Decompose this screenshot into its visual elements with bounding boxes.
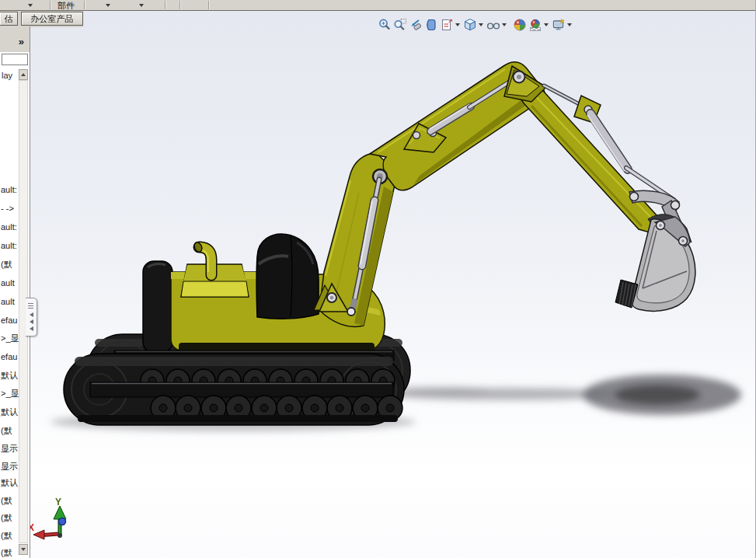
previous-view-icon[interactable]	[409, 18, 423, 32]
feature-tree-item[interactable]: ault:	[1, 241, 19, 251]
zoom-to-fit-icon[interactable]	[378, 18, 392, 32]
view-orientation-caret[interactable]	[479, 23, 483, 26]
feature-tree-item[interactable]: (默	[1, 426, 19, 436]
feature-tree-item[interactable]: ault:	[1, 185, 19, 195]
menu-dropdown-caret[interactable]	[28, 4, 33, 7]
view-orientation-icon[interactable]	[463, 18, 477, 32]
viewport-background	[30, 11, 755, 558]
view-settings-caret[interactable]	[567, 23, 572, 26]
display-style-caret[interactable]	[502, 23, 507, 26]
feature-tree-item[interactable]: 默认	[1, 371, 19, 381]
scroll-down-button[interactable]	[19, 544, 28, 555]
collapse-left-icon	[30, 312, 33, 317]
feature-tree-item[interactable]: ault	[1, 297, 19, 307]
arrow-down-icon	[21, 548, 26, 551]
feature-tree-item[interactable]: - ->	[1, 204, 19, 214]
solidworks-window: Y X 部件 估 办公室产品 » lay ault:- ->ault:ault:…	[0, 0, 756, 558]
tab-evaluate-partial[interactable]: 估	[0, 12, 18, 26]
feature-tree-item[interactable]: ault:	[1, 222, 19, 232]
feature-tree-item[interactable]: efau	[1, 316, 19, 326]
collapse-left-icon	[30, 326, 33, 331]
heads-up-view-toolbar	[378, 18, 575, 32]
zoom-to-area-icon[interactable]	[393, 18, 407, 32]
menu-dropdown-caret[interactable]	[139, 4, 144, 7]
feature-tree-item[interactable]: 显示	[1, 444, 19, 454]
scroll-up-button[interactable]	[19, 69, 28, 80]
splitter-grip-icon	[28, 303, 33, 309]
feature-tree-item[interactable]: >_显	[1, 333, 19, 344]
feature-tree-item[interactable]: >_显	[1, 389, 19, 399]
section-view-icon[interactable]	[424, 18, 438, 32]
menubar-separator	[165, 1, 165, 9]
feature-tree-item[interactable]: (默	[1, 260, 19, 270]
edit-appearance-caret[interactable]	[544, 23, 549, 26]
feature-tree-item[interactable]: 默认	[1, 478, 19, 488]
menu-item-component[interactable]: 部件	[57, 0, 75, 11]
view-settings-icon[interactable]	[552, 18, 566, 32]
display-style-icon[interactable]	[486, 18, 500, 32]
feature-tree-item[interactable]: (默	[1, 531, 19, 541]
menubar-separator	[179, 1, 180, 9]
menubar: 部件	[0, 0, 756, 11]
annotation-views-caret[interactable]	[455, 23, 460, 26]
feature-tree-item[interactable]: 默认	[1, 407, 19, 417]
menubar-separator	[50, 1, 51, 9]
feature-tree-item[interactable]: (默	[1, 548, 19, 558]
feature-tree-item[interactable]: efau	[1, 352, 19, 362]
feature-tree-item[interactable]: (默	[1, 513, 19, 523]
feature-tree-item[interactable]: 显示	[1, 462, 19, 472]
panel-splitter-handle[interactable]	[26, 298, 37, 337]
edit-appearance-icon[interactable]	[528, 18, 542, 32]
menubar-separator	[208, 1, 209, 9]
feature-manager-panel: » lay ault:- ->ault:ault:(默aultaultefau>…	[0, 26, 30, 558]
tab-office-products[interactable]: 办公室产品	[21, 12, 83, 26]
menu-dropdown-caret[interactable]	[106, 4, 110, 7]
menubar-separator	[84, 1, 85, 9]
annotation-views-icon[interactable]	[440, 18, 454, 32]
feature-tree-item[interactable]: (默	[1, 496, 19, 506]
apply-scene-icon[interactable]	[513, 18, 527, 32]
feature-tree-item[interactable]: ault	[1, 278, 19, 288]
arrow-up-icon	[21, 73, 26, 76]
collapse-left-icon	[30, 319, 33, 324]
